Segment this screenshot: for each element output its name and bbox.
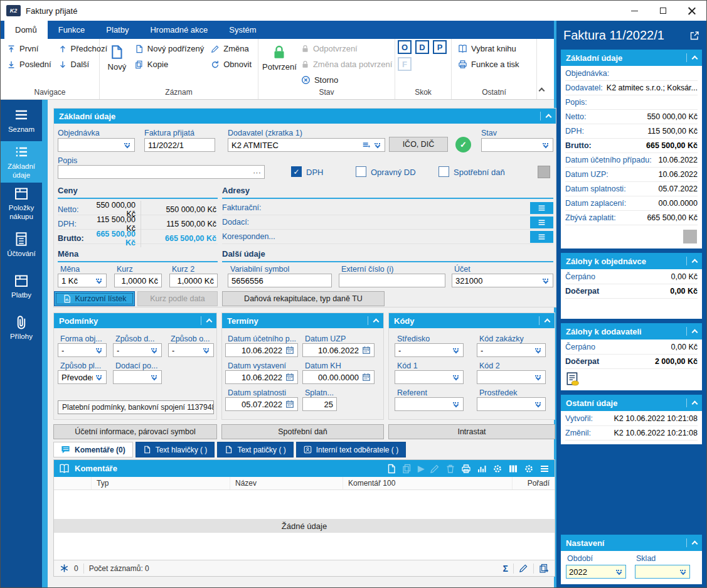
dropdown-icon[interactable] — [150, 375, 158, 380]
dropdown-icon[interactable] — [95, 375, 103, 380]
sum-icon[interactable]: Σ — [503, 564, 508, 574]
popis-input[interactable]: ··· — [58, 165, 265, 179]
kod2-combo[interactable] — [477, 370, 546, 384]
dodaci-po-combo[interactable] — [113, 370, 162, 384]
objednavka-combo[interactable] — [58, 138, 135, 152]
collapse-section-icon[interactable] — [545, 318, 551, 324]
sidebar-item-seznam[interactable]: Seznam — [1, 100, 48, 141]
variabilni-symbol-input[interactable]: 5656556 — [228, 274, 332, 287]
column-komentar[interactable]: Komentář 100 — [343, 477, 513, 489]
tab-komentare[interactable]: Komentáře (0) — [53, 442, 133, 457]
datum-splatnosti-input[interactable]: 05.07.2022 — [225, 397, 298, 411]
refresh-button[interactable]: Obnovit — [208, 58, 254, 71]
collapse-section-icon[interactable] — [206, 318, 213, 324]
dropdown-icon[interactable] — [452, 375, 460, 380]
tab-text-hlavicky[interactable]: Text hlavičky ( ) — [136, 442, 215, 457]
dropdown-icon[interactable] — [541, 143, 550, 147]
grid-body[interactable]: Žádné údaje — [54, 490, 555, 560]
sidebar-item-zakladni-udaje[interactable]: Základní údaje — [1, 141, 48, 183]
sidebar-item-platby[interactable]: Platby — [1, 265, 48, 307]
dropdown-icon[interactable] — [541, 279, 550, 283]
dph-checkbox[interactable]: ✓ — [291, 166, 302, 177]
address-menu-button[interactable] — [530, 202, 553, 214]
spotrebni-dan-checkbox[interactable] — [439, 166, 449, 177]
column-typ[interactable]: Typ — [92, 477, 230, 489]
calendar-icon[interactable] — [285, 400, 294, 409]
invoice-coin-icon[interactable] — [565, 372, 698, 387]
datum-vystaveni-input[interactable]: 10.06.2022 — [225, 370, 298, 384]
dropdown-icon[interactable] — [150, 348, 158, 353]
calendar-icon[interactable] — [362, 373, 371, 382]
address-menu-button[interactable] — [530, 216, 553, 228]
address-menu-button[interactable] — [530, 231, 553, 243]
edit-icon[interactable] — [519, 564, 528, 573]
dropdown-icon[interactable] — [452, 402, 460, 407]
sidebar-item-uctovani[interactable]: Účtování — [1, 224, 48, 265]
column-poradi[interactable]: Pořadí — [513, 477, 555, 489]
calendar-icon[interactable] — [285, 346, 294, 355]
dropdown-icon[interactable] — [202, 348, 210, 353]
close-button[interactable] — [678, 1, 706, 21]
tab-funkce[interactable]: Funkce — [48, 21, 96, 39]
collapse-section-icon[interactable] — [692, 540, 698, 547]
copy-add-icon[interactable] — [539, 564, 549, 574]
referent-combo[interactable] — [395, 397, 464, 411]
splatnost-input[interactable]: 25 — [302, 397, 337, 411]
danova-rekapitulace-button[interactable]: Daňová rekapitulace, typ daně TU — [222, 291, 385, 306]
kod-zakazky-combo[interactable]: - — [477, 343, 546, 357]
platebni-podminky-button[interactable]: Platební podmínky, bankovní spojení 1137… — [58, 400, 214, 414]
opravny-dd-checkbox[interactable] — [356, 166, 366, 177]
tab-system[interactable]: Systém — [218, 21, 267, 39]
column-nazev[interactable]: Název — [230, 477, 343, 489]
last-button[interactable]: Poslední — [4, 58, 54, 71]
first-button[interactable]: První — [4, 42, 54, 55]
collapse-section-icon[interactable] — [546, 114, 552, 120]
datum-ucetniho-input[interactable]: 10.06.2022 — [225, 343, 298, 357]
datum-uzp-input[interactable]: 10.06.2022 — [302, 343, 375, 357]
dropdown-icon[interactable] — [95, 279, 103, 283]
jump-o-button[interactable]: O — [398, 40, 412, 54]
obdobi-combo[interactable]: 2022 — [566, 565, 626, 579]
settings-gear-icon[interactable] — [524, 464, 534, 474]
collapse-section-icon[interactable] — [692, 329, 698, 335]
confirm-button[interactable]: Potvrzení — [262, 42, 297, 72]
intrastat-button[interactable]: Intrastat — [388, 424, 555, 439]
columns-icon[interactable] — [508, 464, 518, 474]
calendar-icon[interactable] — [362, 346, 371, 355]
change-button[interactable]: Změna — [208, 42, 254, 55]
collapse-section-icon[interactable] — [692, 259, 698, 265]
dodavatel-combo[interactable]: K2 ATMITEC — [228, 138, 385, 152]
sklad-combo[interactable] — [635, 565, 690, 579]
kurz2-input[interactable]: 1,0000 Kč — [169, 274, 218, 287]
select-book-button[interactable]: Vybrat knihu — [455, 42, 522, 55]
dropdown-icon[interactable] — [452, 348, 460, 353]
prostredek-combo[interactable] — [477, 397, 546, 411]
ucet-combo[interactable]: 321000 — [452, 274, 553, 287]
forma-obj-combo[interactable]: - — [58, 343, 107, 357]
tab-platby[interactable]: Platby — [95, 21, 139, 39]
stack-icon[interactable] — [362, 141, 371, 149]
stredisko-combo[interactable]: - — [395, 343, 464, 357]
externi-cislo-input[interactable] — [339, 274, 445, 287]
faktura-input[interactable]: 11/2022/1 — [144, 138, 215, 152]
dropdown-icon[interactable] — [679, 570, 687, 574]
zpusob-pl-combo[interactable]: Převodem — [58, 370, 107, 384]
functions-print-button[interactable]: Funkce a tisk — [455, 58, 522, 71]
mena-combo[interactable]: 1 Kč — [58, 274, 107, 287]
tab-domu[interactable]: Domů — [4, 21, 48, 39]
spotrebni-dan-button[interactable]: Spotřební daň — [221, 424, 384, 439]
gray-indicator[interactable] — [683, 230, 697, 243]
zpusob-o-combo[interactable]: - — [168, 343, 214, 357]
ucetni-informace-button[interactable]: Účetní informace, párovací symbol — [53, 424, 217, 439]
dropdown-icon[interactable] — [123, 143, 131, 147]
collapse-section-icon[interactable] — [692, 55, 698, 61]
grid-menu-icon[interactable] — [540, 464, 550, 474]
kod1-combo[interactable] — [395, 370, 464, 384]
jump-p-button[interactable]: P — [433, 40, 447, 54]
collapse-section-icon[interactable] — [692, 400, 698, 407]
calendar-icon[interactable] — [285, 373, 294, 382]
dropdown-icon[interactable] — [534, 402, 542, 407]
datum-kh-input[interactable]: 00.00.0000 — [302, 370, 375, 384]
gray-indicator[interactable] — [538, 166, 550, 178]
dropdown-icon[interactable] — [95, 348, 103, 353]
